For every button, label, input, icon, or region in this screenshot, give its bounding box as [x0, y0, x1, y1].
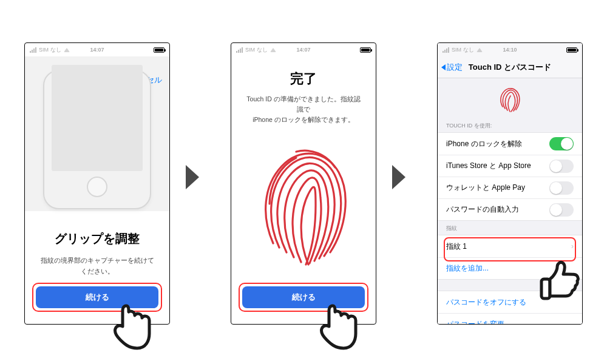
fingerprint-icon — [498, 87, 521, 112]
change-passcode-button[interactable]: パスコードを変更 — [438, 313, 582, 325]
toggle-row-itunes[interactable]: iTunes Store と App Store — [438, 155, 582, 177]
switch-icon[interactable] — [549, 160, 574, 173]
illustration-area: キャンセル — [25, 56, 169, 211]
row-label: パスコードをオフにする — [446, 297, 526, 308]
nav-title: Touch ID とパスコード — [469, 62, 551, 73]
row-label: 指紋 1 — [446, 241, 467, 252]
screen-2: SIM なし 14:07 完了 Touch ID の準備ができました。指紋認識で… — [231, 42, 376, 325]
thumbs-up-icon — [538, 260, 582, 306]
row-label: 指紋を追加... — [446, 263, 489, 274]
toggle-group: iPhone のロックを解除 iTunes Store と App Store … — [438, 132, 582, 221]
clock-label: 14:07 — [231, 47, 376, 53]
battery-icon — [154, 47, 164, 53]
fingerprint-icon — [255, 143, 352, 268]
switch-icon[interactable] — [549, 203, 574, 217]
switch-icon[interactable] — [549, 181, 574, 195]
toggle-row-wallet[interactable]: ウォレットと Apple Pay — [438, 177, 582, 198]
tap-cursor-icon — [110, 302, 153, 354]
switch-icon[interactable] — [549, 137, 574, 150]
step-arrow-icon — [183, 164, 202, 190]
step-arrow-icon — [390, 164, 408, 190]
toggle-label: iPhone のロックを解除 — [446, 139, 522, 149]
nav-bar: 設定 Touch ID とパスコード — [438, 56, 582, 78]
back-label: 設定 — [447, 62, 463, 73]
battery-icon — [566, 47, 577, 53]
clock-label: 14:10 — [438, 47, 582, 53]
status-bar: SIM なし 14:07 — [231, 43, 376, 56]
clock-label: 14:07 — [25, 47, 169, 53]
page-description: Touch ID の準備ができました。指紋認識で iPhone のロックを解除で… — [231, 94, 376, 124]
fingerprint-row[interactable]: 指紋 1 › — [438, 235, 582, 257]
group-label: 指紋 — [438, 221, 582, 235]
row-label: パスコードを変更 — [446, 319, 504, 325]
chevron-left-icon — [441, 64, 446, 70]
toggle-label: iTunes Store と App Store — [446, 161, 531, 171]
tap-cursor-icon — [317, 302, 359, 354]
status-bar: SIM なし 14:10 — [438, 43, 582, 56]
toggle-label: ウォレットと Apple Pay — [446, 183, 525, 193]
chevron-right-icon: › — [571, 242, 574, 251]
phone-illustration — [43, 70, 151, 209]
screen-1: SIM なし 14:07 キャンセル グリップを調整 指紋の境界部のキャプチャー… — [24, 42, 170, 325]
toggle-row-autofill[interactable]: パスワードの自動入力 — [438, 198, 582, 220]
page-title: 完了 — [231, 70, 376, 88]
toggle-label: パスワードの自動入力 — [446, 204, 519, 215]
group-label: TOUCH ID を使用: — [438, 118, 582, 132]
status-bar: SIM なし 14:07 — [25, 43, 169, 56]
toggle-row-unlock[interactable]: iPhone のロックを解除 — [438, 133, 582, 155]
home-button-icon — [87, 177, 107, 197]
page-description: 指紋の境界部のキャプチャーを続けてください。 — [25, 255, 169, 277]
back-button[interactable]: 設定 — [441, 62, 463, 73]
page-title: グリップを調整 — [25, 231, 169, 247]
battery-icon — [360, 47, 371, 53]
